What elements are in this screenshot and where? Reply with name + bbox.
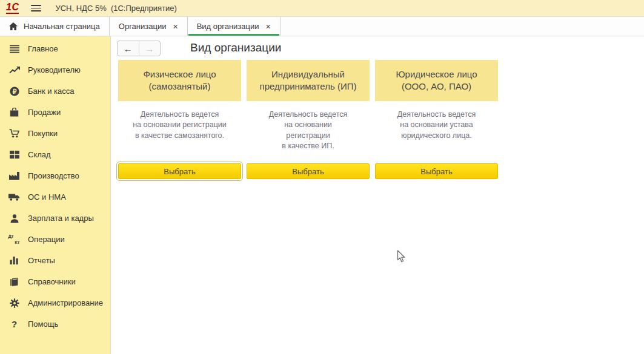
card-legal-entity: Юридическое лицо (ООО, АО, ПАО) Деятельн…: [375, 60, 498, 179]
gear-icon: [8, 298, 21, 308]
dtkt-icon: ДтКт: [8, 234, 21, 244]
sidebar-item-label: Склад: [28, 150, 51, 159]
sidebar-item-administration[interactable]: Администрирование: [0, 292, 110, 313]
sidebar-item-reports[interactable]: Отчеты: [0, 250, 110, 271]
tab-close-icon[interactable]: ×: [266, 22, 271, 31]
bag-icon: [8, 107, 21, 117]
sidebar-item-label: Банк и касса: [28, 87, 75, 96]
card-title: Юридическое лицо (ООО, АО, ПАО): [375, 60, 498, 101]
sidebar-item-label: Отчеты: [28, 256, 55, 265]
tab-home[interactable]: Начальная страница: [0, 17, 110, 36]
card-description: Деятельность ведется на основании регист…: [247, 110, 370, 163]
ruble-icon: ₽: [8, 86, 21, 96]
sidebar-item-label: Зарплата и кадры: [28, 214, 94, 223]
history-nav: ← →: [117, 41, 161, 56]
sidebar-item-label: ОС и НМА: [28, 192, 66, 202]
sidebar-item-purchases[interactable]: Покупки: [0, 123, 110, 144]
card-description: Деятельность ведется на основании регист…: [118, 110, 241, 163]
sidebar-item-label: Покупки: [28, 129, 58, 138]
sidebar-item-salary-hr[interactable]: Зарплата и кадры: [0, 208, 110, 229]
select-button[interactable]: Выбрать: [247, 163, 370, 179]
card-selfemployed-individual: Физическое лицо (самозанятый) Деятельнос…: [118, 60, 241, 179]
home-icon: [9, 22, 18, 30]
card-title: Индивидуальный предприниматель (ИП): [247, 60, 370, 101]
person-icon: [8, 213, 21, 223]
warehouse-icon: [8, 149, 21, 160]
page-title: Вид организации: [190, 41, 281, 54]
select-button[interactable]: Выбрать: [375, 163, 498, 179]
tab-label: Организации: [119, 22, 167, 31]
sidebar-item-help[interactable]: ? Помощь: [0, 313, 110, 335]
menu-lines-icon: [8, 44, 21, 54]
tab-organizations[interactable]: Организации ×: [110, 17, 188, 36]
main-menu-icon[interactable]: [31, 5, 41, 11]
tab-label: Вид организации: [197, 22, 259, 31]
card-description: Деятельность ведется на основании устава…: [375, 110, 498, 163]
sidebar-item-production[interactable]: Производство: [0, 165, 110, 186]
sidebar-item-label: Руководителю: [28, 65, 81, 74]
sidebar-item-main[interactable]: Главное: [0, 38, 110, 59]
question-icon: ?: [8, 319, 21, 329]
tab-organization-type[interactable]: Вид организации ×: [188, 17, 281, 36]
sidebar-item-warehouse[interactable]: Склад: [0, 144, 110, 165]
sidebar-item-label: Администрирование: [28, 298, 103, 307]
sidebar-item-label: Помощь: [28, 320, 58, 329]
barchart-icon: [8, 255, 21, 266]
tab-close-icon[interactable]: ×: [173, 22, 178, 31]
1c-logo: 1С: [6, 2, 19, 14]
sidebar-item-label: Операции: [28, 235, 65, 244]
sidebar-item-sales[interactable]: Продажи: [0, 102, 110, 123]
card-title: Физическое лицо (самозанятый): [118, 60, 241, 101]
factory-icon: [8, 171, 21, 181]
cart-icon: [8, 128, 21, 139]
truck-icon: [8, 192, 21, 202]
sidebar-item-label: Продажи: [28, 108, 61, 117]
sidebar-item-bank-cash[interactable]: ₽ Банк и касса: [0, 80, 110, 102]
sidebar-item-operations[interactable]: ДтКт Операции: [0, 229, 110, 250]
window-title: УСН, НДС 5% (1С:Предприятие): [55, 4, 176, 13]
sidebar-item-manager[interactable]: Руководителю: [0, 59, 110, 80]
forward-button[interactable]: →: [139, 41, 161, 56]
sidebar-item-label: Справочники: [28, 277, 76, 286]
sidebar-item-label: Производство: [28, 171, 79, 180]
sidebar-item-directories[interactable]: Справочники: [0, 271, 110, 292]
trend-icon: [8, 65, 21, 75]
window-titlebar: 1С УСН, НДС 5% (1С:Предприятие): [0, 0, 644, 17]
sidebar-item-fixed-assets[interactable]: ОС и НМА: [0, 186, 110, 208]
org-type-cards: Физическое лицо (самозанятый) Деятельнос…: [118, 60, 498, 179]
main-area: ← → Вид организации Физическое лицо (сам…: [111, 36, 644, 354]
book-icon: [8, 277, 21, 287]
sidebar: Главное Руководителю ₽ Банк и касса Прод…: [0, 36, 111, 354]
back-button[interactable]: ←: [118, 41, 139, 56]
select-button[interactable]: Выбрать: [118, 163, 241, 179]
tab-label: Начальная страница: [24, 22, 100, 31]
tab-bar: Начальная страница Организации × Вид орг…: [0, 17, 644, 36]
card-individual-entrepreneur: Индивидуальный предприниматель (ИП) Деят…: [247, 60, 370, 179]
sidebar-item-label: Главное: [28, 44, 58, 53]
svg-text:₽: ₽: [12, 87, 16, 94]
